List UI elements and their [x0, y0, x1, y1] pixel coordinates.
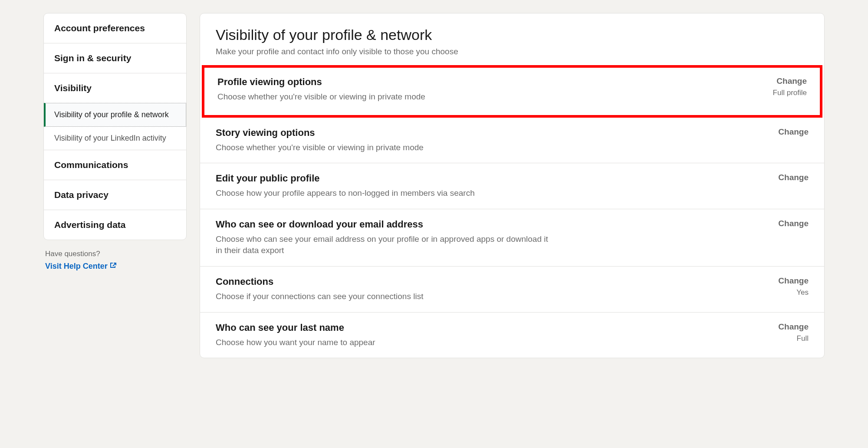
setting-profile-viewing-options[interactable]: Profile viewing options Choose whether y… [202, 65, 822, 118]
external-link-icon [109, 262, 116, 271]
help-section: Have questions? Visit Help Center [43, 250, 187, 271]
page-title: Visibility of your profile & network [216, 26, 809, 43]
setting-value: Yes [778, 288, 809, 297]
setting-value: Full [778, 334, 809, 343]
setting-desc: Choose if your connections can see your … [216, 291, 554, 303]
setting-email-address-visibility[interactable]: Who can see or download your email addre… [200, 209, 824, 266]
sidebar-item-advertising-data[interactable]: Advertising data [44, 210, 186, 240]
sidebar-subitem-profile-network[interactable]: Visibility of your profile & network [44, 103, 186, 127]
sidebar-item-signin-security[interactable]: Sign in & security [44, 43, 186, 73]
setting-value: Full profile [773, 89, 807, 97]
setting-desc: Choose whether you're visible or viewing… [216, 142, 554, 154]
main-header: Visibility of your profile & network Mak… [200, 26, 824, 65]
setting-desc: Choose how your profile appears to non-l… [216, 188, 554, 199]
change-link[interactable]: Change [773, 76, 807, 86]
change-link[interactable]: Change [778, 127, 809, 137]
setting-title: Story viewing options [216, 127, 554, 138]
setting-desc: Choose whether you're visible or viewing… [217, 91, 556, 103]
setting-title: Connections [216, 276, 554, 287]
sidebar-subgroup-visibility: Visibility of your profile & network Vis… [44, 103, 186, 150]
page-subtitle: Make your profile and contact info only … [216, 47, 809, 56]
sidebar-nav: Account preferences Sign in & security V… [43, 13, 187, 240]
setting-title: Who can see or download your email addre… [216, 219, 554, 230]
setting-story-viewing-options[interactable]: Story viewing options Choose whether you… [200, 118, 824, 163]
main-panel: Visibility of your profile & network Mak… [200, 13, 825, 358]
setting-title: Who can see your last name [216, 322, 554, 333]
change-link[interactable]: Change [778, 173, 809, 182]
change-link[interactable]: Change [778, 322, 809, 332]
sidebar-subitem-linkedin-activity[interactable]: Visibility of your LinkedIn activity [44, 127, 186, 150]
change-link[interactable]: Change [778, 276, 809, 286]
setting-edit-public-profile[interactable]: Edit your public profile Choose how your… [200, 163, 824, 209]
setting-desc: Choose who can see your email address on… [216, 234, 554, 257]
sidebar-item-communications[interactable]: Communications [44, 150, 186, 180]
sidebar-item-account-preferences[interactable]: Account preferences [44, 13, 186, 43]
change-link[interactable]: Change [778, 219, 809, 228]
help-link-label: Visit Help Center [45, 262, 108, 271]
sidebar-item-data-privacy[interactable]: Data privacy [44, 180, 186, 210]
setting-title: Edit your public profile [216, 173, 554, 184]
help-center-link[interactable]: Visit Help Center [45, 262, 116, 271]
setting-connections[interactable]: Connections Choose if your connections c… [200, 266, 824, 312]
setting-title: Profile viewing options [217, 76, 556, 88]
sidebar-item-visibility[interactable]: Visibility [44, 73, 186, 103]
setting-desc: Choose how you want your name to appear [216, 337, 554, 349]
setting-last-name-visibility[interactable]: Who can see your last name Choose how yo… [200, 312, 824, 358]
help-question-text: Have questions? [45, 250, 187, 258]
